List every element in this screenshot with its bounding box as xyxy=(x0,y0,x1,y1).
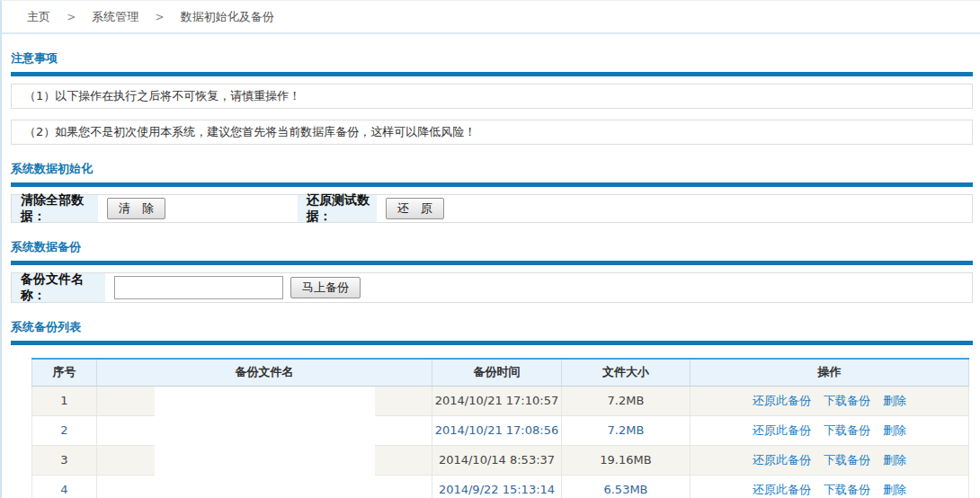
backup-row: 备份文件名称： 马上备份 xyxy=(11,272,973,303)
page: 主页 > 系统管理 > 数据初始化及备份 注意事项 （1）以下操作在执行之后将不… xyxy=(0,0,980,498)
breadcrumb-separator: > xyxy=(67,11,76,23)
cell-actions: 还原此备份下载备份删除 xyxy=(690,445,969,475)
breadcrumb-current-page: 数据初始化及备份 xyxy=(181,10,274,23)
init-row: 清除全部数据： 清 除 还原测试数据： 还 原 xyxy=(11,194,973,223)
cell-time: 2014/10/21 17:10:57 xyxy=(432,386,562,415)
column-header-size: 文件大小 xyxy=(562,359,690,386)
breadcrumb-home-link[interactable]: 主页 xyxy=(27,10,50,23)
column-header-index: 序号 xyxy=(32,359,97,386)
clear-all-data-label: 清除全部数据： xyxy=(12,195,98,222)
delete-backup-link[interactable]: 删除 xyxy=(883,483,906,496)
restore-button-cell: 还 原 xyxy=(377,195,972,222)
restore-backup-link[interactable]: 还原此备份 xyxy=(753,394,811,407)
cell-actions: 还原此备份下载备份删除 xyxy=(690,386,969,415)
cell-actions: 还原此备份下载备份删除 xyxy=(690,415,969,445)
notes-section-divider xyxy=(11,72,973,76)
restore-button[interactable]: 还 原 xyxy=(386,198,444,219)
clear-button-cell: 清 除 xyxy=(98,195,298,222)
backup-list-section-title: 系统备份列表 xyxy=(11,319,973,335)
breadcrumb: 主页 > 系统管理 > 数据初始化及备份 xyxy=(2,1,980,34)
backup-input-cell: 马上备份 xyxy=(105,273,972,302)
download-backup-link[interactable]: 下载备份 xyxy=(824,453,870,467)
delete-backup-link[interactable]: 删除 xyxy=(883,423,906,437)
restore-backup-link[interactable]: 还原此备份 xyxy=(753,423,811,437)
cell-time: 2014/10/21 17:08:56 xyxy=(432,415,562,445)
delete-backup-link[interactable]: 删除 xyxy=(883,453,906,467)
table-header-row: 序号 备份文件名 备份时间 文件大小 操作 xyxy=(32,359,969,386)
notes-section-title: 注意事项 xyxy=(11,50,973,67)
cell-index: 3 xyxy=(32,445,97,475)
backup-table-wrap: 序号 备份文件名 备份时间 文件大小 操作 12014/10/21 17:10:… xyxy=(31,358,968,498)
download-backup-link[interactable]: 下载备份 xyxy=(824,483,870,496)
content: 注意事项 （1）以下操作在执行之后将不可恢复，请慎重操作！ （2）如果您不是初次… xyxy=(2,50,980,498)
init-section-title: 系统数据初始化 xyxy=(11,161,973,177)
column-header-actions: 操作 xyxy=(690,359,969,386)
redaction-overlay xyxy=(155,387,375,498)
note-item-1: （1）以下操作在执行之后将不可恢复，请慎重操作！ xyxy=(11,84,973,109)
cell-actions: 还原此备份下载备份删除 xyxy=(690,475,969,498)
backup-filename-label: 备份文件名称： xyxy=(12,273,105,302)
cell-size: 19.16MB xyxy=(562,445,690,475)
cell-index: 1 xyxy=(32,386,97,415)
note-item-2: （2）如果您不是初次使用本系统，建议您首先将当前数据库备份，这样可以降低风险！ xyxy=(11,120,973,145)
download-backup-link[interactable]: 下载备份 xyxy=(824,394,870,407)
restore-test-data-label: 还原测试数据： xyxy=(298,195,377,222)
cell-index: 2 xyxy=(32,415,97,445)
cell-index: 4 xyxy=(32,475,97,498)
backup-list-section-divider xyxy=(11,341,973,345)
cell-time: 2014/9/22 15:13:14 xyxy=(432,475,562,498)
cell-time: 2014/10/14 8:53:37 xyxy=(432,445,562,475)
column-header-filename: 备份文件名 xyxy=(97,359,432,386)
backup-filename-input[interactable] xyxy=(114,276,283,299)
backup-now-button[interactable]: 马上备份 xyxy=(290,277,361,298)
backup-section-title: 系统数据备份 xyxy=(11,239,973,255)
cell-size: 7.2MB xyxy=(562,386,690,415)
breadcrumb-system-admin-link[interactable]: 系统管理 xyxy=(92,10,138,23)
restore-backup-link[interactable]: 还原此备份 xyxy=(753,483,811,496)
restore-backup-link[interactable]: 还原此备份 xyxy=(753,453,811,467)
cell-size: 6.53MB xyxy=(562,475,690,498)
init-section-divider xyxy=(11,182,973,187)
clear-button[interactable]: 清 除 xyxy=(107,198,165,219)
column-header-time: 备份时间 xyxy=(432,359,562,386)
delete-backup-link[interactable]: 删除 xyxy=(883,394,906,407)
breadcrumb-separator: > xyxy=(155,11,164,23)
download-backup-link[interactable]: 下载备份 xyxy=(824,423,870,437)
cell-size: 7.2MB xyxy=(562,415,690,445)
backup-section-divider xyxy=(11,261,973,265)
